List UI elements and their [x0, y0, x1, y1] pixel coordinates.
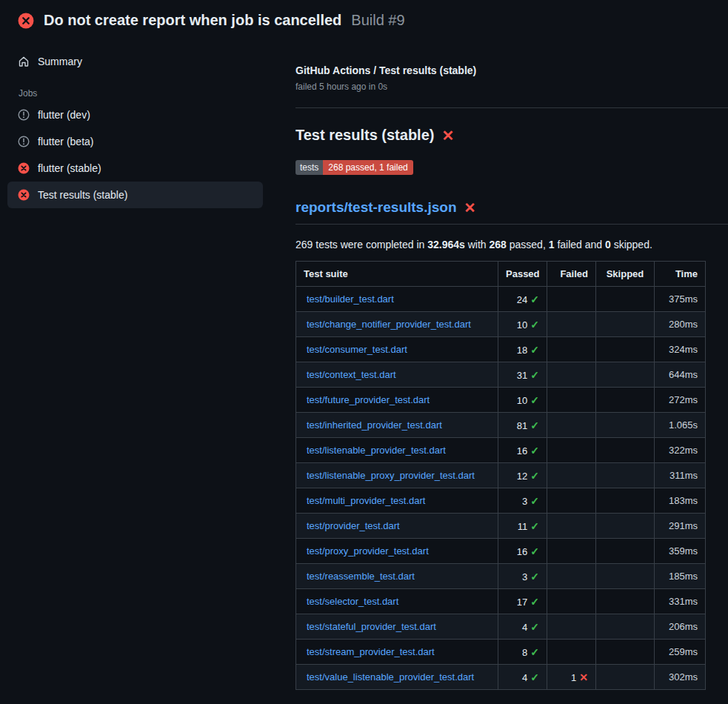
- suite-link[interactable]: test/builder_test.dart: [307, 293, 394, 305]
- passed-cell: 24✓: [498, 287, 547, 312]
- suite-link[interactable]: test/reassemble_test.dart: [307, 571, 415, 582]
- badge-label: tests: [295, 160, 323, 175]
- sidebar-item-summary[interactable]: Summary: [7, 48, 263, 75]
- time-cell: 183ms: [655, 488, 706, 514]
- suite-link[interactable]: test/provider_test.dart: [307, 520, 400, 531]
- time-cell: 302ms: [655, 665, 706, 690]
- check-icon: ✓: [530, 470, 539, 482]
- suite-link[interactable]: test/stateful_provider_test.dart: [307, 621, 436, 632]
- passed-cell: 4✓: [498, 665, 547, 690]
- divider: [295, 107, 728, 108]
- suite-link[interactable]: test/context_test.dart: [307, 369, 396, 380]
- passed-cell: 3✓: [498, 564, 547, 589]
- tests-badge: tests 268 passed, 1 failed: [295, 160, 413, 175]
- suite-cell: test/builder_test.dart: [296, 287, 498, 312]
- failed-x-icon: ✕: [441, 128, 454, 143]
- check-icon: ✓: [530, 344, 539, 356]
- column-header: Passed: [498, 262, 547, 287]
- check-icon: ✓: [530, 419, 539, 431]
- suite-cell: test/inherited_provider_test.dart: [296, 413, 498, 438]
- failed-cell-count: 1: [571, 672, 576, 683]
- neutral-circle-icon: [18, 109, 30, 121]
- failed-cell: [547, 539, 596, 564]
- passed-cell-count: 31: [517, 370, 527, 381]
- suite-link[interactable]: test/listenable_provider_test.dart: [307, 445, 446, 456]
- suite-cell: test/listenable_proxy_provider_test.dart: [296, 463, 498, 488]
- passed-cell-count: 24: [517, 294, 527, 305]
- table-row: test/stream_provider_test.dart8✓259ms: [296, 640, 706, 665]
- summary-segment: passed,: [507, 239, 549, 250]
- check-icon: ✓: [530, 319, 539, 331]
- passed-cell-count: 81: [517, 420, 527, 431]
- summary-segment: 1: [549, 239, 555, 250]
- passed-cell-count: 4: [522, 672, 527, 683]
- time-cell: 311ms: [655, 463, 706, 488]
- sidebar-item-flutter-beta[interactable]: flutter (beta): [7, 128, 263, 155]
- passed-cell: 81✓: [498, 413, 547, 438]
- failed-cell: [547, 362, 596, 388]
- summary-segment: 0: [605, 239, 611, 250]
- suite-link[interactable]: test/proxy_provider_test.dart: [307, 545, 429, 557]
- skipped-cell: [596, 665, 655, 690]
- time-cell: 185ms: [655, 564, 706, 589]
- passed-cell: 18✓: [498, 337, 547, 362]
- suite-link[interactable]: test/value_listenable_provider_test.dart: [307, 671, 474, 683]
- suite-link[interactable]: test/future_provider_test.dart: [307, 394, 430, 405]
- sidebar-item-flutter-dev[interactable]: flutter (dev): [7, 102, 263, 128]
- passed-cell-count: 10: [517, 319, 527, 331]
- summary-segment: 269 tests were completed in: [295, 239, 427, 250]
- time-cell: 375ms: [655, 287, 706, 312]
- suite-cell: test/value_listenable_provider_test.dart: [296, 665, 498, 690]
- sidebar-item-label: flutter (beta): [38, 136, 93, 147]
- suite-cell: test/selector_test.dart: [296, 589, 498, 614]
- skipped-cell: [596, 463, 655, 488]
- main-panel: GitHub Actions / Test results (stable) f…: [278, 38, 728, 690]
- table-row: test/inherited_provider_test.dart81✓1.06…: [296, 413, 706, 438]
- cross-icon: ✕: [579, 671, 588, 683]
- check-icon: ✓: [530, 495, 539, 507]
- passed-cell: 8✓: [498, 640, 547, 665]
- check-icon: ✓: [530, 520, 539, 532]
- passed-cell: 10✓: [498, 312, 547, 337]
- failed-cell: [547, 413, 596, 438]
- suite-cell: test/context_test.dart: [296, 362, 498, 388]
- passed-cell: 17✓: [498, 589, 547, 614]
- report-title-link[interactable]: reports/test-results.json ✕: [295, 199, 728, 225]
- time-cell: 324ms: [655, 337, 706, 362]
- section-title-text: Test results (stable): [295, 127, 434, 144]
- check-icon: ✓: [530, 369, 539, 381]
- sidebar-item-flutter-stable[interactable]: flutter (stable): [7, 155, 263, 182]
- suite-link[interactable]: test/listenable_proxy_provider_test.dart: [307, 470, 475, 481]
- table-row: test/provider_test.dart11✓291ms: [296, 514, 706, 539]
- check-icon: ✓: [530, 293, 539, 305]
- section-title: Test results (stable) ✕: [295, 127, 728, 144]
- sidebar-item-label: Test results (stable): [38, 189, 127, 201]
- neutral-circle-icon: [18, 136, 30, 147]
- passed-cell: 11✓: [498, 514, 547, 539]
- table-row: test/listenable_proxy_provider_test.dart…: [296, 463, 706, 488]
- table-row: test/context_test.dart31✓644ms: [296, 362, 706, 388]
- sidebar-item-test-results-stable[interactable]: Test results (stable): [7, 182, 263, 208]
- table-row: test/change_notifier_provider_test.dart1…: [296, 312, 706, 337]
- report-title-text: reports/test-results.json: [295, 199, 457, 216]
- table-row: test/future_provider_test.dart10✓272ms: [296, 388, 706, 413]
- suite-link[interactable]: test/change_notifier_provider_test.dart: [307, 319, 471, 330]
- passed-cell-count: 8: [522, 647, 527, 658]
- suite-link[interactable]: test/selector_test.dart: [307, 596, 398, 607]
- suite-link[interactable]: test/inherited_provider_test.dart: [307, 419, 442, 431]
- badge-value: 268 passed, 1 failed: [323, 160, 413, 175]
- failed-cell: [547, 388, 596, 413]
- passed-cell-count: 10: [517, 395, 527, 406]
- suite-cell: test/reassemble_test.dart: [296, 564, 498, 589]
- skipped-cell: [596, 413, 655, 438]
- suite-link[interactable]: test/consumer_test.dart: [307, 344, 407, 355]
- table-body: test/builder_test.dart24✓375mstest/chang…: [296, 287, 706, 690]
- failed-cell: [547, 438, 596, 463]
- run-build-number: Build #9: [351, 12, 404, 29]
- check-icon: ✓: [530, 596, 539, 608]
- suite-cell: test/future_provider_test.dart: [296, 388, 498, 413]
- suite-link[interactable]: test/multi_provider_test.dart: [307, 495, 425, 506]
- suite-link[interactable]: test/stream_provider_test.dart: [307, 646, 435, 657]
- summary-segment: with: [465, 239, 490, 250]
- suite-cell: test/consumer_test.dart: [296, 337, 498, 362]
